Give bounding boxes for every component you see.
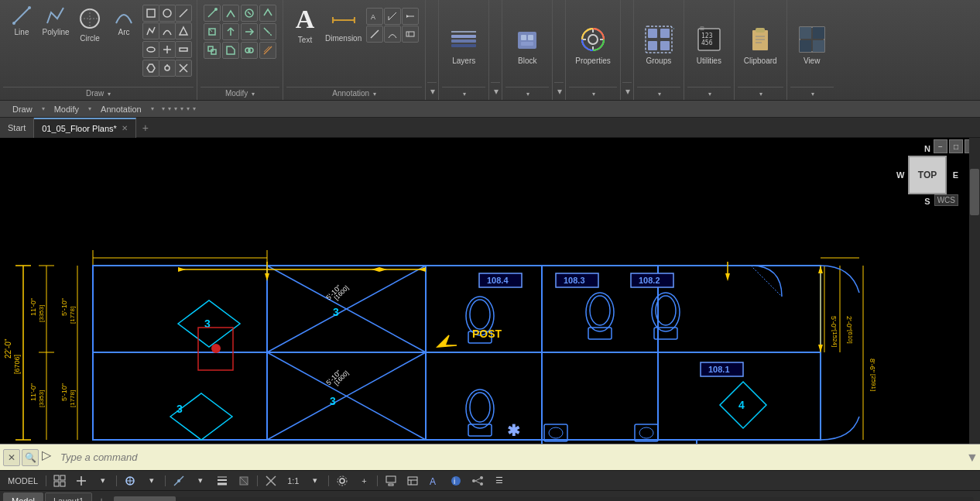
ribbon-tab-draw[interactable]: Draw [6,103,39,115]
tab-floor-plans[interactable]: 01_05_Floor Plans* ✕ [34,118,136,138]
command-scroll-btn[interactable]: ▼ [965,450,980,465]
draw-sub-btn-2[interactable] [159,5,176,22]
draw-sub-btn-9[interactable] [175,41,192,58]
ribbon-annotation-arrow[interactable]: ▾ [151,105,154,112]
ortho-toggle[interactable]: ▾ [94,473,111,489]
draw-section-label[interactable]: Draw ▾ [3,87,194,100]
scale-ratio[interactable]: 1:1 [284,476,302,486]
draw-sub-btn-1[interactable] [142,5,159,22]
ribbon-tab-modify[interactable]: Modify [48,103,85,115]
transparency-btn[interactable] [235,473,252,489]
groups-section-label[interactable]: ▾ [637,87,680,100]
draw-sub-btn-4[interactable] [142,22,159,39]
ribbon-more-arrow-3[interactable]: ▾ [174,105,177,112]
ribbon-more-arrow-6[interactable]: ▾ [193,105,196,112]
settings-btn[interactable] [334,473,351,489]
lineweight-btn[interactable] [214,473,231,489]
more-arrow-1[interactable]: ▾ [427,82,437,100]
ribbon-tab-annotation[interactable]: Annotation [94,103,148,115]
clipboard-section-label[interactable]: ▾ [738,87,783,100]
block-button[interactable]: Block [507,21,547,68]
ann-btn-1[interactable]: A [366,8,383,25]
modify-btn-1[interactable] [204,5,221,22]
groups-button[interactable]: ✓ Groups [639,21,679,68]
block-section-label[interactable]: ▾ [505,87,549,100]
draw-sub-btn-11[interactable] [159,60,176,77]
ann-btn-4[interactable] [366,26,383,43]
view-button[interactable]: View [792,21,832,68]
modify-btn-6[interactable] [222,23,239,40]
menu-btn[interactable]: ☰ [491,473,508,489]
otrack-btn[interactable] [170,473,187,489]
more-arrow-2[interactable]: ▾ [491,82,500,100]
snap-type-btn[interactable] [122,473,139,489]
modify-btn-4[interactable] [259,5,276,22]
snap-type-btn-2[interactable]: ▾ [143,473,160,489]
maximize-button[interactable]: □ [949,139,963,153]
layout-add-btn[interactable]: + [94,493,109,502]
tab-close-floor-plans[interactable]: ✕ [122,124,128,132]
modify-btn-11[interactable] [241,42,258,59]
scale-arrow-btn[interactable]: ▾ [307,473,324,489]
text-button[interactable]: A Text [288,3,322,46]
annotation-monitor-btn[interactable]: A [426,473,443,489]
draw-sub-btn-10[interactable] [142,60,159,77]
circle-button[interactable]: Circle [73,3,107,44]
utilities-section-label[interactable]: ▾ [687,87,731,100]
ribbon-draw-arrow[interactable]: ▾ [42,105,45,112]
ann-btn-6[interactable] [402,26,419,43]
draw-sub-btn-3[interactable] [175,5,192,22]
share-btn[interactable] [469,473,486,489]
properties-section-label[interactable]: ▾ [569,87,617,100]
modify-btn-2[interactable] [222,5,239,22]
modify-btn-10[interactable] [222,42,239,59]
workspace-btn[interactable] [382,473,399,489]
layers-button[interactable]: Layers [444,21,484,68]
ui-btn[interactable] [404,473,421,489]
polyline-button[interactable]: Polyline [39,3,73,38]
dimension-button[interactable]: Dimension [322,3,365,44]
modify-btn-5[interactable] [204,23,221,40]
ribbon-more-arrow-2[interactable]: ▾ [168,105,171,112]
ribbon-more-arrow-4[interactable]: ▾ [180,105,183,112]
modify-btn-9[interactable] [204,42,221,59]
layers-section-label[interactable]: ▾ [442,87,485,100]
modify-btn-12[interactable] [259,42,276,59]
modify-btn-3[interactable] [241,5,258,22]
scale-btn[interactable] [262,473,279,489]
cmd-search-btn[interactable]: 🔍 [22,449,39,466]
polar-btn[interactable]: ▾ [192,473,209,489]
tab-start[interactable]: Start [0,118,34,138]
draw-sub-btn-6[interactable] [175,22,192,39]
snap-toggle[interactable] [73,473,90,489]
draw-sub-btn-7[interactable] [142,41,159,58]
arc-button[interactable]: Arc [107,3,141,38]
model-tab[interactable]: Model [3,492,43,502]
tab-add-button[interactable]: + [136,118,155,137]
line-button[interactable]: Line [5,3,39,38]
annotation-section-label[interactable]: Annotation ▾ [286,87,422,100]
ribbon-more-arrow-1[interactable]: ▾ [162,105,165,112]
viewcube-face[interactable]: TOP [908,156,947,194]
ann-btn-5[interactable] [384,26,401,43]
clipboard-button[interactable]: Clipboard [739,21,782,68]
cmd-close-btn[interactable]: ✕ [3,449,20,466]
modify-section-label[interactable]: Modify ▾ [200,87,279,100]
more-arrow-4[interactable]: ▾ [622,82,632,100]
ribbon-modify-arrow[interactable]: ▾ [88,105,91,112]
draw-sub-btn-8[interactable] [159,41,176,58]
utilities-button[interactable]: 123 456 ⊞ Utilities [689,21,729,68]
more-arrow-3[interactable]: ▾ [554,82,564,100]
layout1-tab[interactable]: Layout1 [45,492,92,502]
plus-btn[interactable]: + [355,473,372,489]
ann-btn-2[interactable] [384,8,401,25]
notification-btn[interactable]: i [447,473,464,489]
minimize-button[interactable]: − [934,139,947,153]
modify-btn-7[interactable] [241,23,258,40]
modify-btn-8[interactable] [259,23,276,40]
draw-sub-btn-12[interactable] [175,60,192,77]
ann-btn-3[interactable] [402,8,419,25]
view-section-label[interactable]: ▾ [790,87,834,100]
vscroll-thumb[interactable] [970,169,979,215]
command-input[interactable] [56,451,965,463]
